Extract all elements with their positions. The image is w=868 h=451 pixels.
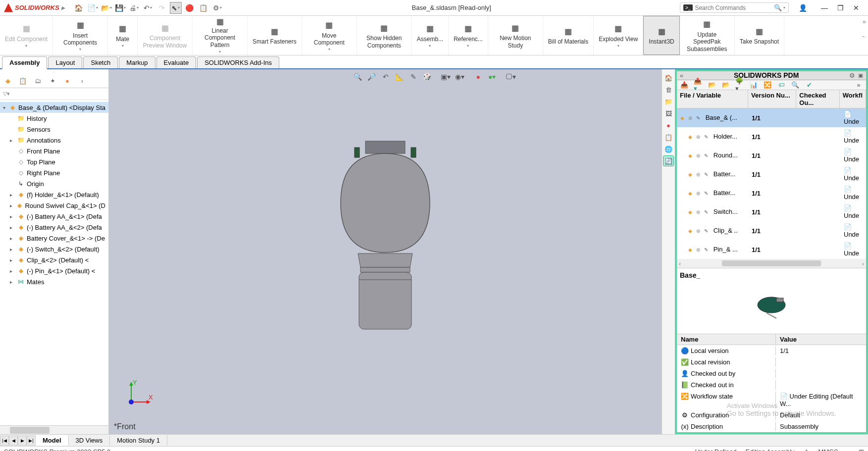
rail-design-library-icon[interactable]: 📁 xyxy=(663,96,674,107)
first-tab-button[interactable]: |◀ xyxy=(0,436,9,446)
expand-icon[interactable]: ▸ xyxy=(10,214,15,219)
rail-view-palette-icon[interactable]: ● xyxy=(663,120,674,131)
tree-item[interactable]: ◇ Right Plane xyxy=(0,167,108,178)
edit-appearance-icon[interactable]: ● xyxy=(473,71,484,82)
ribbon-smart-fasteners[interactable]: ▦ Smart Fasteners xyxy=(248,16,302,55)
scroll-thumb[interactable] xyxy=(10,427,50,434)
select-icon[interactable]: ⬉ xyxy=(170,2,182,14)
expand-icon[interactable]: ▸ xyxy=(10,203,14,208)
close-button[interactable]: ✕ xyxy=(850,2,862,14)
zoom-area-icon[interactable]: 🔎 xyxy=(366,71,377,82)
tab-evaluate[interactable]: Evaluate xyxy=(156,56,197,68)
pdm-file-row[interactable]: ◆ ⊜ ✎ Batter... 1/1 📄 Unde xyxy=(677,184,866,202)
rail-custom-props-icon[interactable]: 🌐 xyxy=(663,144,674,154)
status-alert-icon[interactable]: ⚠ xyxy=(804,448,810,451)
print-icon[interactable]: 🖨 xyxy=(128,2,140,14)
tree-item[interactable]: ▸ ◆ Clip_&<2> (Default) < xyxy=(0,254,108,265)
ribbon-new-motion-study[interactable]: ▦ New Motion Study xyxy=(488,16,543,55)
pdm-file-row[interactable]: ◆ ⊜ ✎ Switch... 1/1 📄 Unde xyxy=(677,202,866,221)
section-view-icon[interactable]: 📐 xyxy=(394,71,405,82)
ribbon-update-speedpak-subassemblies[interactable]: ▦ Update SpeedPak Subassemblies xyxy=(680,16,735,55)
pdm-collapse-icon[interactable]: « xyxy=(680,72,683,79)
save-icon[interactable]: 💾 xyxy=(114,2,126,14)
new-file-icon[interactable]: 📄 xyxy=(87,2,99,14)
prev-tab-button[interactable]: ◀ xyxy=(9,436,18,446)
status-custom-icon[interactable]: ⊞ xyxy=(859,448,864,451)
display-manager-tab-icon[interactable]: ● xyxy=(62,76,72,86)
apply-scene-icon[interactable]: ●▾ xyxy=(487,71,498,82)
tab-sketch[interactable]: Sketch xyxy=(83,56,118,68)
graphics-viewport[interactable]: 🔍 🔎 ↶ 📐 ✎ 🎲 | ▣▾ ◉▾ | ● ●▾ | 🖵▾ xyxy=(109,69,662,434)
tree-item[interactable]: ▸ ◆ (f) Holder_&<1> (Default) xyxy=(0,189,108,200)
hide-show-icon[interactable]: ◉▾ xyxy=(454,71,465,82)
status-units-dropdown-icon[interactable]: ▾ xyxy=(847,450,850,451)
col-workflow[interactable]: Workfl xyxy=(840,90,866,108)
filter-bar[interactable]: ▽▾ xyxy=(0,88,108,100)
rail-file-explorer-icon[interactable]: 🖼 xyxy=(663,108,674,119)
bottom-tab-3d-views[interactable]: 3D Views xyxy=(69,435,110,446)
rail-resources-icon[interactable]: 🗑 xyxy=(663,84,674,95)
ribbon-collapse-icon[interactable]: ˆ xyxy=(863,35,866,43)
rebuild-icon[interactable]: 🔴 xyxy=(184,2,196,14)
pdm-settings-icon[interactable]: ⚙ xyxy=(849,72,855,79)
rail-home-icon[interactable]: 🏠 xyxy=(663,72,674,83)
tree-root[interactable]: ▾ ◆ Base_& (Default) <Display Sta xyxy=(0,102,108,113)
redo-icon[interactable]: ↷ xyxy=(156,2,168,14)
expand-icon[interactable]: ▸ xyxy=(10,236,15,241)
pdm-file-row[interactable]: ◆ ⊜ ✎ Holder... 1/1 📄 Unde xyxy=(677,127,866,146)
pdm-view-icon[interactable]: 📊 xyxy=(749,80,758,89)
search-dropdown-icon[interactable]: ▾ xyxy=(783,5,785,10)
settings-gear-icon[interactable]: ⚙ xyxy=(211,2,223,14)
pdm-checkin-icon[interactable]: 📥 xyxy=(680,80,689,89)
expand-icon[interactable]: ▸ xyxy=(10,247,15,252)
panel-pin-icon[interactable]: ○ xyxy=(0,69,108,74)
search-commands-box[interactable]: >_ 🔍 ▾ xyxy=(680,2,789,13)
pdm-tree-icon[interactable]: 🌳▾ xyxy=(735,80,744,89)
pdm-getver-icon[interactable]: 📂 xyxy=(721,80,730,89)
expand-icon[interactable]: ▾ xyxy=(3,105,7,110)
pdm-favorite-icon[interactable]: ✔ xyxy=(805,80,814,89)
rail-appearances-icon[interactable]: 📋 xyxy=(663,132,674,143)
ribbon-instant-d[interactable]: ▦ Instant3D xyxy=(643,16,679,55)
pdm-file-row[interactable]: ◆ ⊜ ✎ Batter... 1/1 📄 Unde xyxy=(677,165,866,184)
expand-icon[interactable]: ▸ xyxy=(10,192,15,198)
pdm-scroll-thumb[interactable] xyxy=(722,260,821,266)
ribbon-move-component[interactable]: ▦ Move Component ▾ xyxy=(302,16,357,55)
home-icon[interactable]: 🏠 xyxy=(73,2,85,14)
ribbon-take-snapshot[interactable]: ▦ Take Snapshot xyxy=(735,16,784,55)
options-list-icon[interactable]: 📋 xyxy=(198,2,209,14)
dynamic-annotation-icon[interactable]: ✎ xyxy=(408,71,419,82)
view-orientation-icon[interactable]: 🎲 xyxy=(422,71,433,82)
tree-item[interactable]: ▸ ◆ (-) Battery AA_&<1> (Defa xyxy=(0,211,108,222)
pdm-more-icon[interactable]: » xyxy=(854,80,863,89)
expand-icon[interactable]: ▸ xyxy=(10,138,15,143)
tree-item[interactable]: ◇ Top Plane xyxy=(0,156,108,167)
pdm-file-row[interactable]: ◆ ⊜ ✎ Base_& (... 1/1 📄 Unde xyxy=(677,108,866,127)
horizontal-scrollbar[interactable] xyxy=(0,425,108,434)
expand-icon[interactable]: ▸ xyxy=(10,268,15,274)
pdm-file-row[interactable]: ◆ ⊜ ✎ Clip_& .. 1/1 📄 Unde xyxy=(677,221,866,240)
tree-item[interactable]: ▸ ⋈ Mates xyxy=(0,276,108,287)
user-account-icon[interactable]: 👤 xyxy=(797,2,809,14)
pdm-checkout-icon[interactable]: 📤▾ xyxy=(694,80,703,89)
ribbon-mate[interactable]: ▦ Mate ▾ xyxy=(108,16,138,55)
last-tab-button[interactable]: ▶| xyxy=(27,436,36,446)
pdm-close-icon[interactable]: ▣ xyxy=(858,72,863,79)
zoom-fit-icon[interactable]: 🔍 xyxy=(353,71,363,82)
pdm-get-icon[interactable]: 📂 xyxy=(708,80,716,89)
expand-icon[interactable]: ▸ xyxy=(10,225,15,230)
tree-item[interactable]: ↳ Origin xyxy=(0,178,108,189)
previous-view-icon[interactable]: ↶ xyxy=(380,71,391,82)
pdm-tag-icon[interactable]: 🏷 xyxy=(777,80,786,89)
tab-assembly[interactable]: Assembly xyxy=(2,56,47,69)
config-manager-tab-icon[interactable]: 🗂 xyxy=(33,76,43,86)
col-file[interactable]: File / Variable xyxy=(677,90,748,108)
tree-item[interactable]: ▸ ◆ (-) Battery AA_&<2> (Defa xyxy=(0,222,108,233)
tree-item[interactable]: ▸ ◆ Round Swivel Cap_&<1> (D xyxy=(0,200,108,211)
tree-item[interactable]: 📁 Sensors xyxy=(0,124,108,135)
tree-item[interactable]: ◇ Front Plane xyxy=(0,146,108,156)
bottom-tab-motion-study-1[interactable]: Motion Study 1 xyxy=(110,435,167,446)
ribbon-exploded-view[interactable]: ▦ Exploded View ▾ xyxy=(594,16,643,55)
props-col-value[interactable]: Value xyxy=(776,334,866,345)
props-col-name[interactable]: Name xyxy=(677,334,776,345)
